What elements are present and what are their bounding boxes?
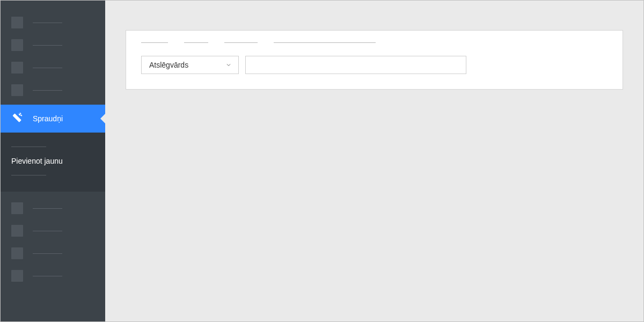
tab-placeholder[interactable] — [184, 42, 208, 43]
search-panel: Atslēgvārds — [126, 30, 623, 90]
filter-tabs — [141, 42, 608, 43]
nav-label-placeholder — [33, 276, 62, 276]
search-type-select[interactable]: Atslēgvārds — [141, 56, 239, 74]
nav-icon-placeholder — [11, 225, 23, 237]
submenu-item-placeholder[interactable] — [11, 175, 46, 175]
sidebar-item-placeholder[interactable] — [1, 79, 105, 101]
plugin-icon — [11, 112, 24, 125]
nav-label-placeholder — [33, 231, 62, 231]
nav-label-placeholder — [33, 208, 62, 209]
svg-line-1 — [21, 115, 21, 116]
nav-icon-placeholder — [11, 39, 23, 51]
chevron-down-icon — [225, 62, 232, 68]
nav-icon-placeholder — [11, 84, 23, 96]
sidebar-item-plugins[interactable]: Spraudņi — [1, 105, 105, 133]
sidebar-item-placeholder[interactable] — [1, 242, 105, 265]
nav-label-placeholder — [33, 253, 62, 254]
nav-icon-placeholder — [11, 270, 23, 282]
main-content: Atslēgvārds — [105, 1, 643, 321]
sidebar-item-placeholder[interactable] — [1, 219, 105, 242]
nav-label-placeholder — [33, 90, 62, 91]
submenu-item-add-new[interactable]: Pievienot jaunu — [11, 153, 94, 169]
nav-label-placeholder — [33, 45, 62, 46]
svg-line-2 — [20, 113, 21, 114]
nav-label-placeholder — [33, 23, 62, 23]
nav-icon-placeholder — [11, 247, 23, 259]
sidebar-item-placeholder[interactable] — [1, 197, 105, 219]
sidebar-item-placeholder[interactable] — [1, 34, 105, 56]
tab-placeholder[interactable] — [274, 42, 376, 43]
submenu-item-placeholder[interactable] — [11, 147, 46, 147]
tab-placeholder[interactable] — [224, 42, 258, 43]
nav-label-placeholder — [33, 68, 62, 68]
sidebar: Spraudņi Pievienot jaunu — [1, 1, 105, 321]
select-value: Atslēgvārds — [149, 61, 188, 69]
nav-icon-placeholder — [11, 202, 23, 214]
nav-icon-placeholder — [11, 17, 23, 28]
nav-icon-placeholder — [11, 62, 23, 74]
sidebar-item-placeholder[interactable] — [1, 56, 105, 79]
search-row: Atslēgvārds — [141, 56, 608, 74]
svg-line-0 — [19, 114, 20, 115]
tab-placeholder[interactable] — [141, 42, 168, 43]
sidebar-submenu: Pievienot jaunu — [1, 133, 105, 192]
sidebar-item-label: Spraudņi — [33, 114, 63, 123]
search-input[interactable] — [245, 56, 466, 74]
sidebar-item-placeholder[interactable] — [1, 265, 105, 287]
sidebar-item-placeholder[interactable] — [1, 11, 105, 34]
